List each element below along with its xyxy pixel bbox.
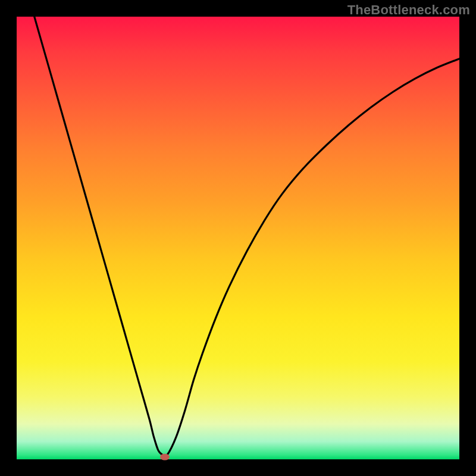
watermark-text: TheBottleneck.com: [347, 2, 470, 18]
optimum-marker: [160, 453, 170, 460]
chart-frame: TheBottleneck.com: [0, 0, 476, 476]
plot-area: [17, 17, 459, 459]
bottleneck-curve: [17, 17, 459, 459]
